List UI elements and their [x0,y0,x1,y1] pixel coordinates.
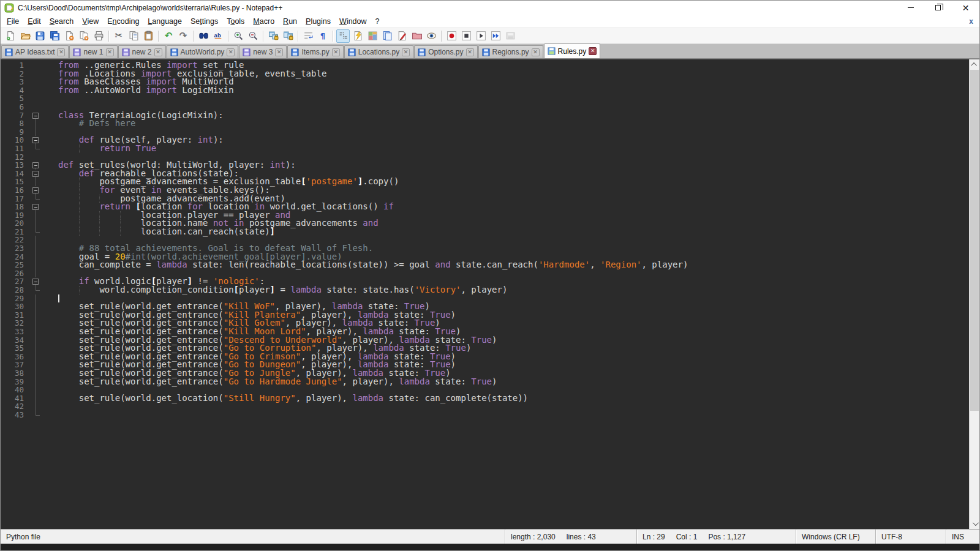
line-number[interactable]: 18 [1,203,30,211]
line-number[interactable]: 34 [1,336,30,345]
line-number[interactable]: 26 [1,269,30,278]
line-number[interactable]: 21 [1,228,30,236]
user-defined-language-icon[interactable] [351,29,364,43]
code-text[interactable]: location.can_reach(state)] [42,228,969,236]
line-number[interactable]: 17 [1,195,30,203]
line-number[interactable]: 20 [1,219,30,228]
menu-item-view[interactable]: View [78,16,103,27]
indent-guide-icon[interactable] [336,29,350,43]
macro-play-icon[interactable] [474,29,488,43]
sync-horizontal-icon[interactable] [281,29,295,43]
line-number[interactable]: 23 [1,244,30,253]
redo-icon[interactable]: ↷ [176,29,190,43]
folder-as-workspace-icon[interactable] [410,29,423,43]
line-number[interactable]: 31 [1,311,30,320]
menu-item-[interactable]: ? [371,16,384,27]
line-number[interactable]: 28 [1,286,30,294]
restore-button[interactable] [924,1,952,15]
code-line[interactable]: 7class TerrariaLogic(LogicMixin): [1,111,969,120]
line-number[interactable]: 22 [1,236,30,244]
line-number[interactable]: 3 [1,78,30,86]
code-line[interactable]: 41 set_rule(world.get_location("Still Hu… [1,394,969,403]
code-text[interactable]: can_complete = lambda state: len(reachab… [42,261,969,269]
macro-save-icon[interactable] [503,29,517,43]
fold-collapse-icon[interactable] [30,186,42,195]
code-text[interactable]: return True [42,144,969,153]
code-line[interactable]: 25 can_complete = lambda state: len(reac… [1,261,969,269]
code-line[interactable]: 5 [1,94,969,103]
menu-item-search[interactable]: Search [45,16,78,27]
tab-close-icon[interactable]: ✕ [275,48,283,56]
tab-close-icon[interactable]: ✕ [532,48,540,56]
line-number[interactable]: 39 [1,378,30,386]
document-close-icon[interactable]: x [969,17,973,26]
status-insert-mode[interactable]: INS [946,530,979,544]
fold-collapse-icon[interactable] [30,203,42,211]
line-number[interactable]: 14 [1,170,30,178]
status-encoding[interactable]: UTF-8 [876,530,946,544]
line-number[interactable]: 40 [1,386,30,394]
line-number[interactable]: 12 [1,153,30,162]
line-number[interactable]: 13 [1,161,30,170]
tab-rules-py[interactable]: Rules.py✕ [544,43,601,58]
menu-item-edit[interactable]: Edit [23,16,45,27]
macro-stop-icon[interactable] [459,29,473,43]
code-line[interactable]: 39 set_rule(world.get_entrance("Go to Ha… [1,378,969,386]
tab-autoworld-py[interactable]: AutoWorld.py✕ [167,45,239,58]
close-button[interactable]: ✕ [952,1,979,15]
line-number[interactable]: 10 [1,136,30,144]
undo-icon[interactable]: ↶ [162,29,175,43]
line-number[interactable]: 38 [1,369,30,378]
function-list-icon[interactable] [395,29,409,43]
code-text[interactable]: world.completion_condition[player] = lam… [42,286,969,294]
line-number[interactable]: 11 [1,144,30,153]
code-text[interactable]: # Defs here [42,119,969,128]
line-number[interactable]: 4 [1,86,30,95]
tab-new-1[interactable]: new 1✕ [69,45,117,58]
tab-close-icon[interactable]: ✕ [57,48,65,56]
line-number[interactable]: 32 [1,319,30,328]
line-number[interactable]: 8 [1,119,30,128]
menu-item-file[interactable]: File [2,16,23,27]
open-icon[interactable] [18,29,32,43]
line-number[interactable]: 1 [1,61,30,70]
zoom-in-icon[interactable] [232,29,245,43]
tab-new-3[interactable]: new 3✕ [239,45,287,58]
scrollbar-thumb[interactable] [970,70,979,411]
document-map-icon[interactable] [366,29,379,43]
status-eol-format[interactable]: Windows (CR LF) [796,530,876,544]
tab-close-icon[interactable]: ✕ [154,48,162,56]
minimize-button[interactable] [897,1,924,15]
menu-item-settings[interactable]: Settings [186,16,222,27]
monitoring-icon[interactable] [424,29,438,43]
menu-item-plugins[interactable]: Plugins [301,16,335,27]
line-number[interactable]: 24 [1,253,30,261]
tab-close-icon[interactable]: ✕ [466,48,474,56]
code-line[interactable]: 11 return True [1,144,969,153]
tab-close-icon[interactable]: ✕ [589,47,597,55]
menu-item-window[interactable]: Window [335,16,371,27]
tab-close-icon[interactable]: ✕ [227,48,235,56]
line-number[interactable]: 29 [1,294,30,303]
line-number[interactable]: 43 [1,411,30,419]
cut-icon[interactable]: ✂ [112,29,126,43]
line-number[interactable]: 19 [1,211,30,220]
show-all-characters-icon[interactable]: ¶ [316,29,330,43]
menu-item-language[interactable]: Language [143,16,186,27]
macro-record-icon[interactable] [445,29,458,43]
vertical-scrollbar[interactable] [969,59,979,529]
line-number[interactable]: 9 [1,128,30,137]
tab-new-2[interactable]: new 2✕ [118,45,166,58]
line-number[interactable]: 35 [1,344,30,353]
save-icon[interactable] [33,29,47,43]
menu-item-macro[interactable]: Macro [249,16,279,27]
fold-collapse-icon[interactable] [30,111,42,120]
code-text[interactable] [42,402,969,411]
sync-vertical-icon[interactable] [266,29,280,43]
code-line[interactable]: 21 location.can_reach(state)] [1,228,969,236]
new-file-icon[interactable] [4,29,17,43]
tab-close-icon[interactable]: ✕ [332,48,340,56]
line-number[interactable]: 15 [1,178,30,186]
code-line[interactable]: 8 # Defs here [1,119,969,128]
line-number[interactable]: 41 [1,394,30,403]
